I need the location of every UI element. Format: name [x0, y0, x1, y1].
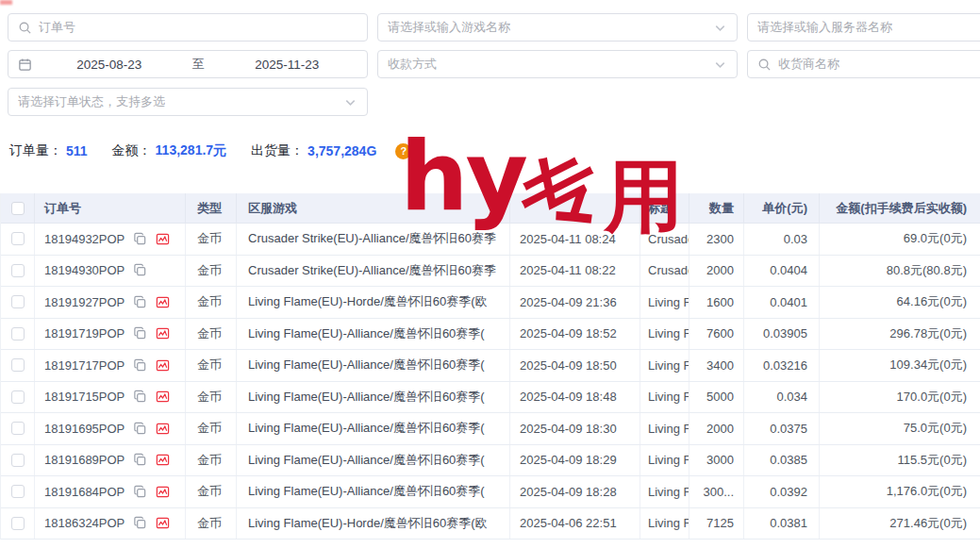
date-separator: 至 — [187, 56, 210, 73]
copy-icon[interactable] — [133, 326, 147, 340]
stat-amount-value: 113,281.7元 — [156, 142, 227, 159]
screenshot-icon[interactable] — [156, 295, 170, 309]
unit-price-cell: 0.034 — [744, 382, 820, 413]
row-checkbox-cell — [1, 382, 35, 413]
search-icon — [757, 58, 772, 72]
quantity-cell: 7125 — [689, 508, 744, 540]
copy-icon[interactable] — [133, 232, 147, 246]
copy-icon[interactable] — [133, 516, 147, 530]
title-cell: Crusade — [640, 256, 689, 287]
date-start-value[interactable]: 2025-08-23 — [39, 58, 180, 72]
date-range-picker[interactable]: 2025-08-23 至 2025-11-23 — [8, 50, 368, 78]
table-row: 18191684POP金币Living Flame(EU)-Alliance/魔… — [1, 476, 980, 508]
copy-icon[interactable] — [133, 422, 147, 436]
row-checkbox[interactable] — [11, 295, 25, 308]
stat-order-count-label: 订单量： — [9, 142, 62, 159]
row-checkbox-cell — [1, 508, 35, 540]
select-all-checkbox[interactable] — [11, 202, 25, 215]
copy-icon[interactable] — [133, 263, 147, 277]
type-cell: 金币 — [186, 445, 237, 476]
row-checkbox[interactable] — [11, 358, 25, 372]
order-cell: 18191684POP — [35, 476, 186, 507]
row-checkbox-cell — [1, 256, 35, 287]
summary-stats: 订单量： 511 金额： 113,281.7元 出货量： 3,757,284G … — [9, 142, 411, 159]
copy-icon[interactable] — [133, 485, 147, 499]
row-checkbox[interactable] — [11, 232, 25, 245]
title-cell: Living Fl — [640, 287, 689, 318]
order-number: 18191717POP — [44, 358, 125, 373]
date-end-value[interactable]: 2025-11-23 — [217, 58, 358, 72]
screenshot-icon[interactable] — [156, 326, 170, 340]
row-checkbox[interactable] — [11, 517, 25, 530]
type-cell: 金币 — [186, 256, 237, 287]
copy-icon[interactable] — [133, 453, 147, 467]
table-row: 18194932POP金币Crusader Strike(EU)-Allianc… — [1, 224, 980, 256]
screenshot-icon[interactable] — [156, 358, 170, 373]
type-cell: 金币 — [186, 476, 237, 507]
order-time-cell: 2025-04-11 08:24 — [510, 224, 640, 255]
type-cell: 金币 — [186, 413, 237, 444]
title-cell: Living Fl — [640, 445, 689, 476]
copy-icon[interactable] — [133, 358, 147, 373]
type-cell: 金币 — [186, 224, 237, 255]
order-number: 18191684POP — [44, 485, 125, 499]
region-game-cell: Crusader Strike(EU)-Alliance/魔兽怀旧60赛季 — [237, 224, 510, 255]
payment-method-placeholder: 收款方式 — [388, 56, 437, 73]
row-checkbox[interactable] — [11, 422, 25, 435]
table-row: 18191717POP金币Living Flame(EU)-Alliance/魔… — [1, 350, 980, 382]
game-name-select[interactable]: 请选择或输入游戏名称 — [377, 13, 738, 42]
unit-price-cell: 0.0385 — [744, 445, 820, 476]
order-cell: 18191927POP — [35, 287, 186, 318]
order-time-cell: 2025-04-09 18:30 — [510, 413, 640, 444]
chevron-down-icon — [713, 21, 727, 35]
row-checkbox[interactable] — [11, 327, 25, 340]
screenshot-icon[interactable] — [156, 390, 170, 404]
unit-price-cell: 0.0392 — [744, 476, 820, 507]
order-number-placeholder: 订单号 — [39, 19, 75, 36]
payment-method-select[interactable]: 收款方式 — [377, 50, 738, 78]
row-checkbox[interactable] — [11, 264, 25, 277]
select-all-cell — [1, 193, 35, 223]
header-qty: 数量 — [689, 193, 744, 223]
order-number: 18194930POP — [44, 263, 125, 277]
amount-cell: 1,176.0元(0元) — [820, 476, 980, 507]
row-checkbox[interactable] — [11, 390, 25, 404]
amount-cell: 75.0元(0元) — [820, 413, 980, 444]
search-icon — [18, 21, 32, 35]
stat-order-count: 订单量： 511 — [9, 142, 88, 159]
screenshot-icon[interactable] — [156, 453, 170, 467]
row-checkbox-cell — [1, 287, 35, 318]
quantity-cell: 300... — [689, 476, 744, 507]
table-row: 18191715POP金币Living Flame(EU)-Alliance/魔… — [1, 382, 980, 414]
title-cell: Living Fl — [640, 413, 689, 444]
order-number-input[interactable]: 订单号 — [8, 13, 368, 42]
help-icon[interactable]: ? — [395, 143, 411, 159]
receiver-merchant-input[interactable]: 收货商名称 — [747, 50, 980, 78]
type-cell: 金币 — [186, 287, 237, 318]
unit-price-cell: 0.03905 — [744, 319, 820, 350]
row-checkbox-cell — [1, 413, 35, 444]
row-checkbox[interactable] — [11, 485, 25, 498]
unit-price-cell: 0.03216 — [744, 350, 820, 381]
order-cell: 18191689POP — [35, 445, 186, 476]
quantity-cell: 3000 — [689, 445, 744, 476]
order-status-select[interactable]: 请选择订单状态，支持多选 — [8, 88, 368, 116]
stat-amount-label: 金额： — [112, 142, 152, 159]
row-checkbox[interactable] — [11, 454, 25, 467]
amount-cell: 109.34元(0元) — [820, 350, 980, 381]
quantity-cell: 3400 — [689, 350, 744, 381]
header-amount: 金额(扣手续费后实收额) — [820, 193, 980, 223]
title-cell: Crusade — [640, 224, 689, 255]
header-type: 类型 — [186, 193, 237, 223]
screenshot-icon[interactable] — [156, 485, 170, 499]
title-cell: Living Fl — [640, 350, 689, 381]
screenshot-icon[interactable] — [156, 516, 170, 530]
screenshot-icon[interactable] — [156, 232, 170, 246]
copy-icon[interactable] — [133, 295, 147, 309]
stat-volume-label: 出货量： — [251, 142, 304, 159]
table-row: 18194930POP金币Crusader Strike(EU)-Allianc… — [1, 256, 980, 288]
region-game-cell: Living Flame(EU)-Alliance/魔兽怀旧60赛季( — [237, 445, 510, 476]
screenshot-icon[interactable] — [156, 422, 170, 436]
server-name-select[interactable]: 请选择或输入服务器名称 — [747, 13, 980, 42]
copy-icon[interactable] — [133, 390, 147, 404]
